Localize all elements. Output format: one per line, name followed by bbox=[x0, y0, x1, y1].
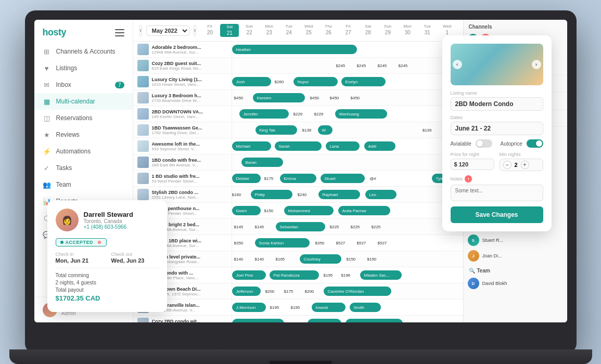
booking-bar[interactable]: Sarah bbox=[275, 141, 322, 151]
booking-bar[interactable]: Baran bbox=[241, 158, 283, 167]
booking-bar[interactable]: Evelyn bbox=[341, 77, 386, 86]
account-item[interactable]: S Stuert R... bbox=[464, 232, 567, 248]
booking-bar[interactable]: Leo bbox=[365, 190, 397, 199]
price-tag: $139 bbox=[423, 128, 432, 133]
nights-row: Total comming bbox=[56, 272, 159, 278]
sidebar-item-reviews[interactable]: ★ Reviews bbox=[34, 126, 133, 143]
booking-bar[interactable]: Smith bbox=[350, 303, 381, 312]
autoprice-label: Autoprice bbox=[500, 141, 522, 147]
image-next-button[interactable]: › bbox=[532, 60, 541, 69]
booking-bar[interactable]: Raphael bbox=[318, 190, 360, 199]
booking-bar[interactable]: Sonia Kahlon bbox=[255, 238, 310, 248]
price-tag: $150 bbox=[367, 257, 377, 262]
booking-bar[interactable]: Stuart bbox=[321, 174, 365, 183]
booking-bar[interactable]: Kareem bbox=[253, 93, 305, 102]
booking-bar[interactable]: Mladen Sac... bbox=[360, 270, 402, 280]
booking-bar[interactable]: Heather bbox=[232, 45, 357, 54]
save-changes-button[interactable]: Save Changes bbox=[451, 206, 543, 223]
minus-button[interactable]: − bbox=[503, 161, 512, 169]
sidebar-item-multicalendar[interactable]: ▦ Multi-calendar bbox=[34, 93, 133, 110]
booking-bar[interactable]: King Tak bbox=[255, 125, 297, 135]
price-tag: $527 bbox=[378, 241, 387, 245]
booking-bar[interactable]: Gwen bbox=[232, 206, 261, 215]
dates-value[interactable]: June 21 - 22 bbox=[451, 122, 543, 135]
calendar-cells: $450 Kareem $450 $450 $450 bbox=[232, 90, 463, 105]
booking-bar[interactable]: Mohammed bbox=[284, 206, 334, 215]
property-address: 1010 Howe Street, Vanc... bbox=[152, 82, 227, 87]
booking-bar[interactable]: David bbox=[308, 319, 341, 322]
sidebar-item-team[interactable]: 👥 Team bbox=[34, 176, 133, 193]
booking-bar[interactable]: Michael bbox=[232, 141, 271, 151]
inbox-icon: ✉ bbox=[43, 81, 51, 89]
booking-bar[interactable]: J-Morrison bbox=[232, 303, 266, 312]
price-tag: $225 bbox=[330, 225, 339, 229]
available-toggle[interactable] bbox=[476, 139, 492, 148]
table-row: Luxury 3 Bedroom h... 2733 Beamside Driv… bbox=[133, 90, 463, 106]
date-cell-21: Sat21 bbox=[220, 24, 239, 37]
booking-bar[interactable]: Pat Randezza bbox=[270, 270, 319, 280]
booking-bar[interactable]: Anita Parmar bbox=[338, 206, 390, 215]
booking-bar[interactable]: Inseob bbox=[312, 303, 346, 312]
channels-icon: ⊞ bbox=[43, 47, 51, 56]
sidebar-item-channels[interactable]: ⊞ Channels & Accounts bbox=[34, 43, 133, 60]
autoprice-toggle[interactable] bbox=[527, 139, 543, 148]
booking-bar[interactable]: Joel Pine bbox=[232, 270, 266, 280]
booking-bar[interactable]: Philip bbox=[251, 190, 292, 199]
booking-bar[interactable]: Jefferson bbox=[232, 287, 261, 296]
booking-bar[interactable]: Courtney bbox=[300, 254, 341, 264]
property-thumbnail bbox=[137, 157, 149, 168]
guest-identity: Darrell Steward Toronto, Canada +1 (408)… bbox=[84, 211, 133, 230]
sidebar-label-reservations: Reservations bbox=[56, 114, 93, 122]
sidebar-item-inbox[interactable]: ✉ Inbox 7 bbox=[34, 76, 133, 93]
notes-text[interactable]: Some text... bbox=[451, 185, 543, 201]
sidebar-item-tasks[interactable]: ✓ Tasks bbox=[34, 160, 133, 176]
team-avatar: D bbox=[468, 278, 479, 289]
booking-bar[interactable]: Caoimhe O'Riordan bbox=[324, 287, 391, 296]
hamburger-button[interactable] bbox=[115, 29, 124, 36]
property-info: Cozy 2BD condo wit... 289 East 6th Avenu… bbox=[152, 319, 227, 322]
sidebar-label-tasks: Tasks bbox=[56, 164, 72, 172]
prev-month-button[interactable]: ‹ bbox=[139, 25, 142, 36]
nights-value: 2 nights, 4 guests bbox=[56, 280, 96, 285]
property-info: Adorable 2 bedroom... 12948 66A Avenue, … bbox=[152, 45, 227, 55]
property-address: 53 West Pender Street... bbox=[152, 179, 227, 184]
booking-bar[interactable]: Aditi bbox=[364, 141, 395, 151]
sidebar-item-reservations[interactable]: ◫ Reservations bbox=[34, 110, 133, 126]
price-tag: $195 bbox=[270, 305, 279, 310]
sidebar-item-automations[interactable]: ⚡ Automations bbox=[34, 143, 133, 160]
booking-bar[interactable]: Jasmine Parent bbox=[232, 319, 284, 322]
next-month-button[interactable]: › bbox=[194, 25, 196, 36]
price-night-input[interactable]: $ 120 bbox=[451, 159, 494, 170]
booking-bar[interactable]: Wenhuang bbox=[335, 109, 387, 119]
notes-label-row: Notes ! bbox=[451, 175, 543, 183]
listing-name-label: Listing name bbox=[451, 90, 543, 96]
price-tag: $245 bbox=[336, 63, 346, 68]
booking-bar[interactable]: Emma bbox=[280, 174, 316, 183]
booking-bar[interactable]: Nupur bbox=[293, 77, 338, 86]
booking-bar[interactable]: Lana bbox=[326, 141, 360, 151]
image-prev-button[interactable]: ‹ bbox=[453, 60, 462, 69]
status-dot bbox=[60, 241, 63, 244]
notes-label: Notes bbox=[451, 176, 463, 181]
booking-bar[interactable]: Debbie bbox=[232, 174, 261, 183]
property-thumbnail bbox=[137, 76, 149, 87]
table-row: Cozy 2BD condo wit... 289 East 6th Avenu… bbox=[133, 316, 463, 322]
booking-bar[interactable]: W bbox=[318, 125, 333, 135]
table-row: 1BD Tsawwassen Ge... 1762 Starling Drive… bbox=[133, 122, 463, 138]
month-select[interactable]: May 2022 bbox=[146, 25, 189, 36]
property-thumbnail bbox=[137, 60, 149, 71]
team-item[interactable]: D David Blokh bbox=[464, 276, 567, 291]
sidebar-item-listings[interactable]: ♥ Listings bbox=[34, 60, 133, 76]
booking-bar[interactable]: Josh bbox=[232, 77, 271, 86]
booking-bar[interactable]: Marc Saunders bbox=[346, 319, 403, 322]
account-item[interactable]: J Joan Di... bbox=[464, 248, 567, 264]
plus-button[interactable]: + bbox=[521, 161, 529, 169]
date-cell-27: Fri27 bbox=[339, 24, 357, 37]
booking-bar[interactable]: Jennifer bbox=[239, 109, 289, 119]
calendar-body: Adorable 2 bedroom... 12948 66A Avenue, … bbox=[133, 42, 463, 322]
table-row: Adorable 2 bedroom... 12948 66A Avenue, … bbox=[133, 42, 463, 58]
booking-bar[interactable]: Sebastian bbox=[276, 222, 325, 231]
table-row: Private bright 2 bed... 16780 16A Avenue… bbox=[133, 219, 463, 235]
laptop-outer: hosty ⊞ Channels & Accounts ♥ Listings ✉… bbox=[25, 10, 577, 354]
listing-name-value[interactable]: 2BD Modern Condo bbox=[451, 97, 543, 111]
